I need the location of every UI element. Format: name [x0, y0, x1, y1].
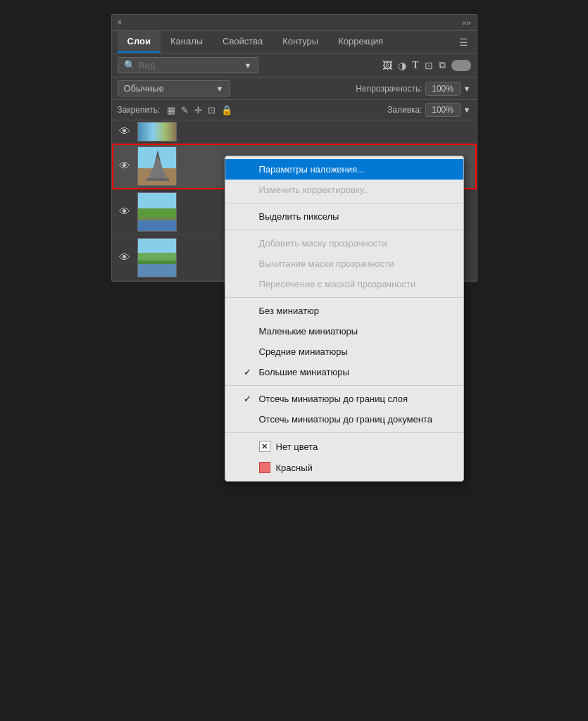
layers-panel: × «» Слои Каналы Свойства Контуры Коррек…	[111, 14, 477, 282]
menu-item-small-thumbnail[interactable]: Маленькие миниатюры	[225, 321, 463, 341]
menu-label-no-color: Нет цвета	[276, 441, 318, 452]
blend-mode-select[interactable]: Обычные ▼	[118, 80, 230, 96]
separator-3	[225, 297, 463, 298]
separator-5	[225, 432, 463, 433]
lock-row: Закрепить: ▦ ✎ ✛ ⊡ 🔒 Заливка: 100% ▼	[112, 100, 477, 120]
swatch-no-color: ✕	[259, 441, 270, 452]
menu-item-no-thumbnail[interactable]: Без миниатюр	[225, 301, 463, 321]
lock-artboard-icon[interactable]: ⊡	[208, 105, 215, 115]
menu-label-clip-layer: Отсечь миниатюры до границ слоя	[259, 394, 408, 404]
filter-toolbar: 🔍 ▼ 🖼 ◑ T ⊡ ⧉	[112, 54, 477, 77]
layers-area: 👁 👁	[112, 120, 477, 281]
close-icon[interactable]: ×	[118, 18, 123, 27]
search-input[interactable]	[139, 60, 241, 70]
search-box[interactable]: 🔍 ▼	[118, 57, 258, 73]
layer-thumb-river2	[137, 238, 177, 277]
menu-item-add-mask: Добавить маску прозрачности	[225, 233, 463, 253]
circle-icon[interactable]: ◑	[398, 60, 406, 71]
swatch-red	[259, 462, 270, 473]
lock-all-icon[interactable]: 🔒	[221, 105, 232, 115]
menu-item-intersect-mask: Пересечение с маской прозрачности	[225, 274, 463, 294]
lock-transparency-icon[interactable]: ▦	[167, 105, 175, 115]
menu-item-clip-doc[interactable]: Отсечь миниатюры до границ документа	[225, 409, 463, 430]
menu-label-intersect: Пересечение с маской прозрачности	[259, 279, 416, 289]
layer-thumb-0	[137, 122, 177, 142]
blend-mode-label: Обычные	[124, 83, 164, 94]
transform-icon[interactable]: ⊡	[425, 60, 433, 71]
smartobject-icon[interactable]: ⧉	[439, 59, 446, 71]
panel-menu-icon[interactable]: ☰	[456, 32, 471, 53]
menu-label-clip-doc: Отсечь миниатюры до границ документа	[259, 414, 432, 425]
text-icon[interactable]: T	[412, 60, 418, 71]
lock-move-icon[interactable]: ✛	[194, 105, 202, 115]
check-clip-layer: ✓	[242, 394, 254, 404]
lock-label: Закрепить:	[118, 105, 161, 115]
separator-1	[225, 203, 463, 203]
menu-item-select-pixels[interactable]: Выделить пикселы	[225, 206, 463, 227]
menu-item-medium-thumbnail[interactable]: Средние миниатюры	[225, 341, 463, 362]
fill-label: Заливка:	[387, 105, 423, 115]
toolbar-icons: 🖼 ◑ T ⊡ ⧉	[382, 59, 470, 71]
title-bar: × «»	[112, 15, 477, 31]
tab-properties[interactable]: Свойства	[213, 31, 273, 53]
opacity-row: Непрозрачность: 100% ▼	[356, 82, 470, 96]
eye-icon-2[interactable]: 👁	[118, 206, 132, 218]
menu-item-large-thumbnail[interactable]: ✓ Большие миниатюры	[225, 362, 463, 382]
check-large-thumb: ✓	[242, 367, 254, 377]
image-icon[interactable]: 🖼	[382, 60, 392, 71]
opacity-label: Непрозрачность:	[356, 84, 422, 94]
eye-icon-0[interactable]: 👁	[118, 125, 132, 138]
menu-label-select: Выделить пикселы	[259, 211, 339, 222]
menu-label-edit: Изменить корректировку...	[259, 184, 371, 195]
tabs-bar: Слои Каналы Свойства Контуры Коррекция ☰	[112, 31, 477, 54]
opacity-input[interactable]: 100%	[425, 82, 461, 96]
svg-rect-10	[146, 178, 169, 181]
fill-input[interactable]: 100%	[425, 103, 461, 117]
opacity-chevron-icon: ▼	[463, 84, 471, 93]
menu-item-sub-mask: Вычитание маски прозрачности	[225, 253, 463, 274]
menu-item-red-color[interactable]: Красный	[225, 457, 463, 478]
menu-label-medium-thumb: Средние миниатюры	[259, 346, 348, 357]
menu-item-no-color[interactable]: ✕ Нет цвета	[225, 436, 463, 457]
title-bar-left: ×	[118, 18, 123, 27]
eye-icon-3[interactable]: 👁	[118, 251, 132, 264]
lock-paint-icon[interactable]: ✎	[181, 105, 189, 115]
menu-label-add-mask: Добавить маску прозрачности	[259, 238, 387, 249]
tab-channels[interactable]: Каналы	[161, 31, 213, 53]
layer-thumb-river1	[137, 192, 177, 232]
fill-chevron-icon: ▼	[463, 106, 471, 114]
menu-label-small-thumb: Маленькие миниатюры	[259, 326, 358, 337]
chevron-down-icon: ▼	[244, 61, 252, 70]
menu-label-no-thumb: Без миниатюр	[259, 306, 320, 316]
separator-4	[225, 385, 463, 386]
tab-correction[interactable]: Коррекция	[328, 31, 393, 53]
layer-row-landscape-thin[interactable]: 👁	[112, 120, 477, 144]
eye-icon-1[interactable]: 👁	[118, 160, 132, 173]
collapse-icon[interactable]: «»	[462, 18, 470, 27]
filter-toggle[interactable]	[451, 60, 471, 71]
search-icon: 🔍	[124, 60, 135, 70]
menu-label-red: Красный	[276, 463, 313, 473]
lock-icons: ▦ ✎ ✛ ⊡ 🔒	[167, 105, 232, 115]
menu-item-edit-adjustment: Изменить корректировку...	[225, 180, 463, 200]
tab-paths[interactable]: Контуры	[273, 31, 328, 53]
menu-item-blending-options[interactable]: Параметры наложения...	[225, 159, 463, 180]
tab-layers[interactable]: Слои	[118, 31, 161, 53]
menu-label-large-thumb: Большие миниатюры	[259, 367, 349, 377]
fill-row: Заливка: 100% ▼	[387, 103, 470, 117]
blend-mode-row: Обычные ▼ Непрозрачность: 100% ▼	[112, 77, 477, 100]
menu-label-blending: Параметры наложения...	[259, 164, 365, 175]
layer-thumb-eiffel	[137, 146, 177, 186]
menu-label-sub-mask: Вычитание маски прозрачности	[259, 258, 394, 269]
context-menu: Параметры наложения... Изменить корректи…	[225, 156, 464, 482]
separator-2	[225, 230, 463, 230]
menu-item-clip-layer[interactable]: ✓ Отсечь миниатюры до границ слоя	[225, 389, 463, 409]
blend-chevron-icon: ▼	[216, 84, 224, 93]
